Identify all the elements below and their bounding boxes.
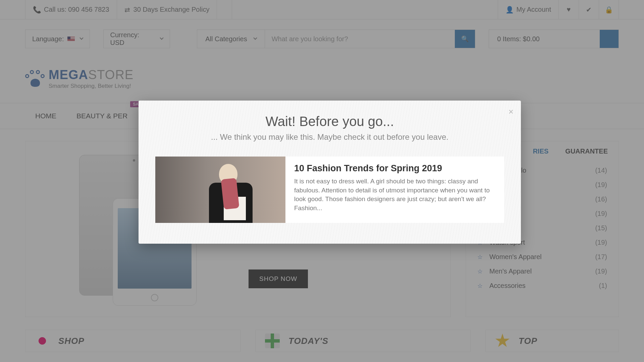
close-button[interactable]: × (508, 107, 514, 117)
exit-modal: × Wait! Before you go... ... We think yo… (139, 101, 521, 244)
article-image (155, 157, 285, 223)
article-card[interactable]: 10 Fashion Trends for Spring 2019 It is … (155, 157, 504, 223)
modal-subtitle: ... We think you may like this. Maybe ch… (155, 132, 504, 142)
article-body: It is not easy to dress well. A girl sho… (294, 177, 495, 213)
close-icon: × (508, 107, 514, 117)
article-title: 10 Fashion Trends for Spring 2019 (294, 163, 495, 174)
modal-title: Wait! Before you go... (155, 114, 504, 129)
